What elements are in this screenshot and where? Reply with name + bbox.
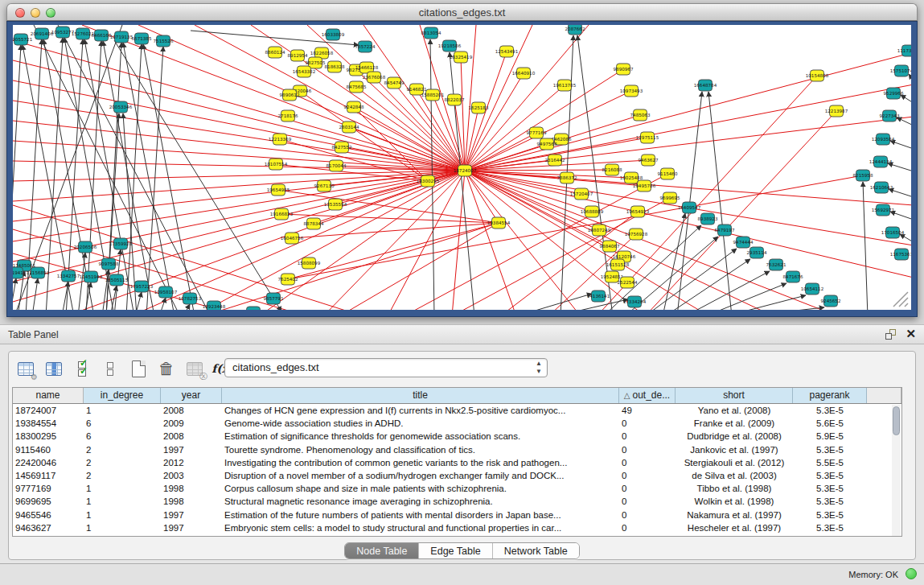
graph-node-10654112[interactable]: 10654112 <box>801 283 823 295</box>
cell-name[interactable]: 9699695 <box>13 495 84 508</box>
citation-edge-red[interactable] <box>465 25 476 171</box>
column-header-year[interactable]: year <box>161 388 222 403</box>
cell-short[interactable]: Nakamura et al. (1997) <box>676 509 793 521</box>
citation-edge-black[interactable] <box>645 249 737 310</box>
cell-year[interactable]: 1997 <box>161 509 222 521</box>
citation-edge-black[interactable] <box>665 259 750 310</box>
cell-out_de[interactable]: 49 <box>619 404 676 417</box>
citation-edge-red[interactable] <box>339 223 499 310</box>
graph-node-10958107[interactable]: 10958107 <box>154 286 178 298</box>
column-header-in_degree[interactable]: in_degree <box>84 388 161 403</box>
graph-node-12466059[interactable]: 12466059 <box>242 307 265 310</box>
graph-node-14136141[interactable]: 14136141 <box>587 290 610 302</box>
citation-edge-red[interactable] <box>195 25 465 171</box>
graph-node-2522544[interactable]: 2522544 <box>618 277 638 288</box>
table-row[interactable]: 2242004622012Investigating the contribut… <box>13 456 901 469</box>
graph-node-20691406[interactable]: 20691406 <box>31 28 54 39</box>
graph-node-12093584[interactable]: 12093584 <box>872 134 895 145</box>
citation-edge-black[interactable] <box>705 283 786 310</box>
show-column-table-icon[interactable] <box>43 358 64 379</box>
cell-out_de[interactable]: 0 <box>619 430 676 443</box>
cell-pagerank[interactable]: 5.5E-5 <box>793 456 867 469</box>
cell-in_degree[interactable]: 6 <box>84 417 161 430</box>
graph-node-8475685[interactable]: 8475685 <box>347 81 367 93</box>
cell-in_degree[interactable]: 6 <box>84 430 161 443</box>
tab-edge-table[interactable]: Edge Table <box>419 543 492 558</box>
graph-node-2316442[interactable]: 2316442 <box>545 154 565 166</box>
tab-network-table[interactable]: Network Table <box>493 543 579 558</box>
graph-node-8860124[interactable]: 8860124 <box>265 47 285 58</box>
citation-edge-black[interactable] <box>86 41 101 310</box>
graph-node-2718176[interactable]: 2718176 <box>278 110 298 122</box>
cell-pagerank[interactable]: 5.3E-5 <box>793 521 867 534</box>
citation-edge-black[interactable] <box>890 141 911 149</box>
table-row[interactable]: 946362711997Embryonic stem cells: a mode… <box>13 521 901 534</box>
graph-node-9267130[interactable]: 9267130 <box>314 180 335 192</box>
graph-node-20206506[interactable]: 20206506 <box>74 241 97 253</box>
close-panel-icon[interactable]: ✕ <box>906 327 916 341</box>
cell-year[interactable]: 1998 <box>161 495 222 508</box>
cell-out_de[interactable]: 0 <box>619 417 676 430</box>
float-panel-icon[interactable] <box>885 329 897 340</box>
graph-node-20053346[interactable]: 20053346 <box>109 101 133 113</box>
cell-short[interactable]: Tibbo et al. (1998) <box>676 482 793 495</box>
citation-edge-black[interactable] <box>516 294 592 310</box>
citation-edge-black[interactable] <box>46 38 63 310</box>
column-header-title[interactable]: title <box>222 388 619 403</box>
table-row[interactable]: 1872400712008Changes of HCN gene express… <box>13 404 901 417</box>
graph-node-16640910[interactable]: 16640910 <box>512 68 536 79</box>
graph-node-19654985[interactable]: 19654985 <box>267 184 290 196</box>
graph-node-7625402[interactable]: 7625402 <box>278 274 298 285</box>
table-row[interactable]: 911546021997Tourette syndrome. Phenomeno… <box>13 443 901 456</box>
citation-edge-black[interactable] <box>890 212 911 220</box>
citation-edge-red[interactable] <box>13 40 465 171</box>
cell-pagerank[interactable]: 5.9E-5 <box>793 430 867 443</box>
citation-edge-red[interactable] <box>203 223 499 310</box>
cell-name[interactable]: 9463627 <box>13 521 84 534</box>
citation-edge-black[interactable] <box>888 163 911 171</box>
cell-short[interactable]: Wolkin et al. (1998) <box>676 495 793 508</box>
citation-edge-red[interactable] <box>645 111 836 310</box>
graph-node-19654923[interactable]: 19654923 <box>626 206 650 217</box>
cell-in_degree[interactable]: 1 <box>84 404 161 417</box>
cell-title[interactable]: Corpus callosum shape and size in male p… <box>222 482 619 495</box>
graph-node-15692971[interactable]: 15692971 <box>872 204 895 216</box>
cell-pagerank[interactable]: 5.3E-5 <box>793 469 867 482</box>
cell-year[interactable]: 2003 <box>161 469 222 482</box>
graph-node-9777169[interactable]: 9777169 <box>527 127 547 138</box>
graph-node-12444134[interactable]: 12444134 <box>869 156 893 167</box>
cell-short[interactable]: Dudbridge et al. (2008) <box>676 430 793 443</box>
cell-short[interactable]: Franke et al. (2009) <box>676 417 793 430</box>
graph-node-9699695[interactable]: 9699695 <box>660 192 680 204</box>
cell-year[interactable]: 2008 <box>161 404 222 417</box>
citation-edge-red[interactable] <box>465 170 612 171</box>
cell-short[interactable]: Jankovic et al. (1997) <box>676 443 793 456</box>
cell-title[interactable]: Embryonic stem cells: a model to study s… <box>222 521 619 534</box>
graph-node-11675361[interactable]: 11675361 <box>890 249 911 260</box>
column-settings-table-icon[interactable]: ⚙ <box>15 358 36 379</box>
cell-pagerank[interactable]: 5.3E-5 <box>793 482 867 495</box>
cell-year[interactable]: 2009 <box>161 417 222 430</box>
graph-node-9245652[interactable]: 9245652 <box>821 295 841 307</box>
graph-node-18325419[interactable]: 18325419 <box>450 51 473 63</box>
graph-node-8813054[interactable]: 8813054 <box>421 27 441 39</box>
cell-out_de[interactable]: 0 <box>619 456 676 469</box>
graph-node-16033809[interactable]: 16033809 <box>322 29 345 40</box>
cell-pagerank[interactable]: 5.3E-5 <box>793 495 867 508</box>
graph-node-17359928[interactable]: 17359928 <box>109 238 133 249</box>
checklist-icon[interactable] <box>72 358 92 379</box>
column-header-out_de[interactable]: △out_de... <box>619 388 676 403</box>
column-header-pagerank[interactable]: pagerank <box>793 388 867 403</box>
citation-edge-red[interactable] <box>465 171 645 310</box>
graph-node-7632621[interactable]: 7632621 <box>766 259 786 270</box>
graph-node-12923448[interactable]: 12923448 <box>203 301 226 310</box>
graph-node-8878344[interactable]: 8878344 <box>304 218 324 229</box>
graph-node-19613785[interactable]: 19613785 <box>553 80 577 91</box>
graph-node-19218586[interactable]: 19218586 <box>438 40 462 51</box>
graph-node-9529966[interactable]: 9529966 <box>884 88 904 99</box>
table-row[interactable]: 977716911998Corpus callosum shape and si… <box>13 482 901 495</box>
graph-node-7485063[interactable]: 7485063 <box>630 109 651 121</box>
cell-name[interactable]: 18300295 <box>13 430 84 443</box>
citation-edge-red[interactable] <box>354 107 428 181</box>
cell-in_degree[interactable]: 1 <box>84 482 161 495</box>
